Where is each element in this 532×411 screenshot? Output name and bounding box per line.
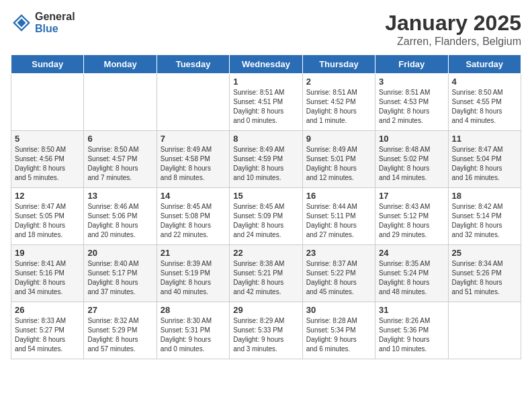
logo: General Blue [11, 11, 75, 34]
day-number: 2 [306, 77, 371, 87]
calendar-cell: 15Sunrise: 8:45 AM Sunset: 5:09 PM Dayli… [230, 188, 302, 245]
calendar-cell: 3Sunrise: 8:51 AM Sunset: 4:53 PM Daylig… [375, 74, 448, 131]
logo-blue-text: Blue [35, 23, 75, 35]
cell-content: Sunrise: 8:29 AM Sunset: 5:33 PM Dayligh… [233, 316, 298, 354]
cell-content: Sunrise: 8:47 AM Sunset: 5:05 PM Dayligh… [15, 202, 80, 240]
cell-content: Sunrise: 8:51 AM Sunset: 4:53 PM Dayligh… [379, 88, 444, 126]
day-number: 31 [379, 305, 444, 315]
cell-content: Sunrise: 8:37 AM Sunset: 5:22 PM Dayligh… [306, 259, 371, 297]
day-number: 14 [161, 191, 226, 201]
day-number: 28 [161, 305, 226, 315]
day-number: 19 [15, 248, 80, 258]
weekday-header-saturday: Saturday [448, 55, 521, 74]
calendar-cell: 6Sunrise: 8:50 AM Sunset: 4:57 PM Daylig… [84, 131, 157, 188]
calendar-week-5: 26Sunrise: 8:33 AM Sunset: 5:27 PM Dayli… [11, 302, 521, 359]
day-number: 30 [306, 305, 371, 315]
cell-content: Sunrise: 8:49 AM Sunset: 4:59 PM Dayligh… [233, 145, 298, 183]
cell-content: Sunrise: 8:50 AM Sunset: 4:57 PM Dayligh… [87, 145, 152, 183]
cell-content: Sunrise: 8:50 AM Sunset: 4:55 PM Dayligh… [452, 88, 517, 126]
logo-text: General Blue [35, 11, 75, 34]
cell-content: Sunrise: 8:26 AM Sunset: 5:36 PM Dayligh… [379, 316, 444, 354]
calendar-week-3: 12Sunrise: 8:47 AM Sunset: 5:05 PM Dayli… [11, 188, 521, 245]
calendar-cell: 27Sunrise: 8:32 AM Sunset: 5:29 PM Dayli… [84, 302, 157, 359]
calendar-cell: 29Sunrise: 8:29 AM Sunset: 5:33 PM Dayli… [230, 302, 302, 359]
weekday-header-friday: Friday [375, 55, 448, 74]
calendar-table: SundayMondayTuesdayWednesdayThursdayFrid… [11, 54, 521, 359]
calendar-cell: 12Sunrise: 8:47 AM Sunset: 5:05 PM Dayli… [11, 188, 84, 245]
cell-content: Sunrise: 8:48 AM Sunset: 5:02 PM Dayligh… [379, 145, 444, 183]
calendar-cell: 28Sunrise: 8:30 AM Sunset: 5:31 PM Dayli… [157, 302, 229, 359]
cell-content: Sunrise: 8:49 AM Sunset: 4:58 PM Dayligh… [161, 145, 226, 183]
cell-content: Sunrise: 8:33 AM Sunset: 5:27 PM Dayligh… [15, 316, 80, 354]
calendar-week-2: 5Sunrise: 8:50 AM Sunset: 4:56 PM Daylig… [11, 131, 521, 188]
cell-content: Sunrise: 8:35 AM Sunset: 5:24 PM Dayligh… [379, 259, 444, 297]
calendar-cell: 24Sunrise: 8:35 AM Sunset: 5:24 PM Dayli… [375, 245, 448, 302]
calendar-cell: 18Sunrise: 8:42 AM Sunset: 5:14 PM Dayli… [448, 188, 521, 245]
day-number: 3 [379, 77, 444, 87]
title-block: January 2025 Zarren, Flanders, Belgium [385, 11, 521, 48]
calendar-cell: 1Sunrise: 8:51 AM Sunset: 4:51 PM Daylig… [230, 74, 302, 131]
weekday-header-sunday: Sunday [11, 55, 84, 74]
day-number: 6 [87, 134, 152, 144]
calendar-cell: 23Sunrise: 8:37 AM Sunset: 5:22 PM Dayli… [302, 245, 375, 302]
day-number: 23 [306, 248, 371, 258]
cell-content: Sunrise: 8:45 AM Sunset: 5:09 PM Dayligh… [233, 202, 298, 240]
cell-content: Sunrise: 8:42 AM Sunset: 5:14 PM Dayligh… [452, 202, 517, 240]
day-number: 17 [379, 191, 444, 201]
day-number: 22 [233, 248, 298, 258]
day-number: 1 [233, 77, 298, 87]
calendar-cell: 8Sunrise: 8:49 AM Sunset: 4:59 PM Daylig… [230, 131, 302, 188]
page-header: General Blue January 2025 Zarren, Flande… [11, 11, 521, 48]
day-number: 8 [233, 134, 298, 144]
cell-content: Sunrise: 8:45 AM Sunset: 5:08 PM Dayligh… [161, 202, 226, 240]
calendar-cell: 14Sunrise: 8:45 AM Sunset: 5:08 PM Dayli… [157, 188, 229, 245]
cell-content: Sunrise: 8:51 AM Sunset: 4:52 PM Dayligh… [306, 88, 371, 126]
cell-content: Sunrise: 8:39 AM Sunset: 5:19 PM Dayligh… [161, 259, 226, 297]
day-number: 24 [379, 248, 444, 258]
cell-content: Sunrise: 8:50 AM Sunset: 4:56 PM Dayligh… [15, 145, 80, 183]
day-number: 29 [233, 305, 298, 315]
logo-icon [11, 12, 32, 34]
location-title: Zarren, Flanders, Belgium [385, 36, 521, 48]
calendar-week-1: 1Sunrise: 8:51 AM Sunset: 4:51 PM Daylig… [11, 74, 521, 131]
calendar-cell [84, 74, 157, 131]
calendar-cell [448, 302, 521, 359]
cell-content: Sunrise: 8:43 AM Sunset: 5:12 PM Dayligh… [379, 202, 444, 240]
day-number: 11 [452, 134, 517, 144]
cell-content: Sunrise: 8:47 AM Sunset: 5:04 PM Dayligh… [452, 145, 517, 183]
cell-content: Sunrise: 8:34 AM Sunset: 5:26 PM Dayligh… [452, 259, 517, 297]
day-number: 12 [15, 191, 80, 201]
calendar-cell: 26Sunrise: 8:33 AM Sunset: 5:27 PM Dayli… [11, 302, 84, 359]
calendar-cell: 16Sunrise: 8:44 AM Sunset: 5:11 PM Dayli… [302, 188, 375, 245]
cell-content: Sunrise: 8:51 AM Sunset: 4:51 PM Dayligh… [233, 88, 298, 126]
calendar-cell: 25Sunrise: 8:34 AM Sunset: 5:26 PM Dayli… [448, 245, 521, 302]
weekday-header-tuesday: Tuesday [157, 55, 229, 74]
day-number: 10 [379, 134, 444, 144]
cell-content: Sunrise: 8:28 AM Sunset: 5:34 PM Dayligh… [306, 316, 371, 354]
weekday-header-monday: Monday [84, 55, 157, 74]
day-number: 21 [161, 248, 226, 258]
cell-content: Sunrise: 8:44 AM Sunset: 5:11 PM Dayligh… [306, 202, 371, 240]
day-number: 18 [452, 191, 517, 201]
day-number: 27 [87, 305, 152, 315]
cell-content: Sunrise: 8:40 AM Sunset: 5:17 PM Dayligh… [87, 259, 152, 297]
calendar-week-4: 19Sunrise: 8:41 AM Sunset: 5:16 PM Dayli… [11, 245, 521, 302]
cell-content: Sunrise: 8:38 AM Sunset: 5:21 PM Dayligh… [233, 259, 298, 297]
calendar-cell: 9Sunrise: 8:49 AM Sunset: 5:01 PM Daylig… [302, 131, 375, 188]
cell-content: Sunrise: 8:41 AM Sunset: 5:16 PM Dayligh… [15, 259, 80, 297]
day-number: 26 [15, 305, 80, 315]
day-number: 4 [452, 77, 517, 87]
calendar-cell: 13Sunrise: 8:46 AM Sunset: 5:06 PM Dayli… [84, 188, 157, 245]
weekday-header-thursday: Thursday [302, 55, 375, 74]
calendar-cell: 5Sunrise: 8:50 AM Sunset: 4:56 PM Daylig… [11, 131, 84, 188]
day-number: 16 [306, 191, 371, 201]
day-number: 13 [87, 191, 152, 201]
cell-content: Sunrise: 8:49 AM Sunset: 5:01 PM Dayligh… [306, 145, 371, 183]
calendar-cell: 4Sunrise: 8:50 AM Sunset: 4:55 PM Daylig… [448, 74, 521, 131]
calendar-cell: 17Sunrise: 8:43 AM Sunset: 5:12 PM Dayli… [375, 188, 448, 245]
calendar-cell: 2Sunrise: 8:51 AM Sunset: 4:52 PM Daylig… [302, 74, 375, 131]
calendar-cell [11, 74, 84, 131]
calendar-cell: 10Sunrise: 8:48 AM Sunset: 5:02 PM Dayli… [375, 131, 448, 188]
month-title: January 2025 [385, 11, 521, 36]
calendar-cell: 11Sunrise: 8:47 AM Sunset: 5:04 PM Dayli… [448, 131, 521, 188]
